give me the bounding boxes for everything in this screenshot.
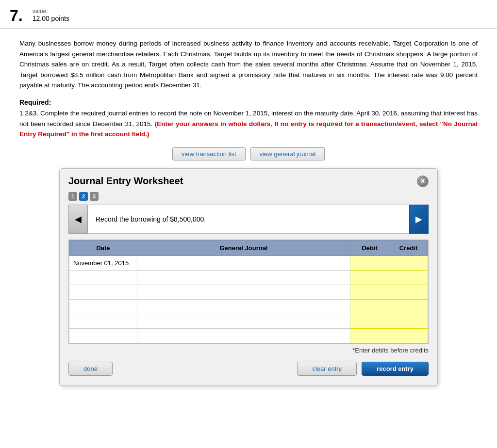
journal-cell-2[interactable] [137,270,350,285]
journal-input-6[interactable] [141,332,346,339]
debit-input-1[interactable] [354,259,385,267]
credit-cell-2[interactable] [389,270,428,285]
nav-area: ◀ Record the borrowing of $8,500,000. ▶ [68,205,429,234]
journal-cell-4[interactable] [137,299,350,314]
table-row [69,314,428,328]
view-transaction-list-button[interactable]: view transaction list [172,147,246,160]
journal-cell-1[interactable] [137,256,350,270]
question-header: 7. value: 12.00 points [0,0,497,29]
footer-right-buttons: clear entry record entry [297,362,429,376]
credit-input-5[interactable] [393,318,424,325]
debit-input-6[interactable] [354,332,385,339]
credit-cell-6[interactable] [389,328,428,343]
problem-text: Many businesses borrow money during peri… [19,38,478,91]
col-date: Date [69,240,137,256]
col-general-journal: General Journal [137,240,350,256]
date-cell-2 [69,270,137,285]
required-label: Required: [19,98,478,106]
credit-cell-4[interactable] [389,299,428,314]
credit-input-3[interactable] [393,288,424,296]
debit-cell-5[interactable] [350,314,389,328]
record-entry-button[interactable]: record entry [362,362,429,376]
debit-input-4[interactable] [354,303,385,310]
debit-cell-2[interactable] [350,270,389,285]
worksheet-title: Journal Entry Worksheet [68,176,183,187]
col-credit: Credit [389,240,428,256]
debit-input-2[interactable] [354,274,385,281]
credit-input-6[interactable] [393,332,424,339]
credit-cell-3[interactable] [389,285,428,299]
table-row [69,285,428,299]
journal-input-5[interactable] [141,318,346,325]
debit-cell-3[interactable] [350,285,389,299]
step-1-indicator[interactable]: 1 [68,192,77,201]
debit-cell-6[interactable] [350,328,389,343]
journal-cell-3[interactable] [137,285,350,299]
instructions: 1,2&3. Complete the required journal ent… [19,108,478,140]
debit-cell-1[interactable] [350,256,389,270]
journal-entry-worksheet: Journal Entry Worksheet X 1 2 3 ◀ Record… [59,168,438,386]
done-button[interactable]: done [68,362,113,376]
journal-cell-5[interactable] [137,314,350,328]
table-row [69,328,428,343]
content-area: Many businesses borrow money during peri… [0,29,497,396]
journal-input-2[interactable] [141,274,346,281]
modal-footer: done clear entry record entry [60,354,437,376]
close-button[interactable]: X [417,176,429,187]
step-indicators: 1 2 3 [60,192,437,205]
journal-cell-6[interactable] [137,328,350,343]
date-cell-1: November 01, 2015 [69,256,137,270]
date-cell-4 [69,299,137,314]
view-general-journal-button[interactable]: view general journal [250,147,325,160]
col-debit: Debit [350,240,389,256]
credit-input-1[interactable] [393,259,424,267]
value-label: value: [33,8,69,15]
question-number: 7. [10,8,23,23]
debit-input-5[interactable] [354,318,385,325]
question-value: value: 12.00 points [33,8,69,22]
nav-description: Record the borrowing of $8,500,000. [88,205,409,234]
credit-cell-5[interactable] [389,314,428,328]
journal-input-1[interactable] [141,259,346,267]
required-section: Required: 1,2&3. Complete the required j… [19,98,478,140]
journal-table-wrapper: Date General Journal Debit Credit Novemb… [68,240,429,344]
footnote: *Enter debits before credits [60,344,437,354]
date-cell-6 [69,328,137,343]
journal-input-4[interactable] [141,303,346,310]
date-cell-5 [69,314,137,328]
modal-header: Journal Entry Worksheet X [60,169,437,192]
view-buttons-row: view transaction list view general journ… [19,147,478,160]
table-row [69,270,428,285]
credit-cell-1[interactable] [389,256,428,270]
value-points: 12.00 points [33,15,69,22]
table-header-row: Date General Journal Debit Credit [69,240,428,256]
journal-input-3[interactable] [141,288,346,296]
date-cell-3 [69,285,137,299]
prev-nav-button[interactable]: ◀ [68,205,88,234]
table-row: November 01, 2015 [69,256,428,270]
table-row [69,299,428,314]
step-2-indicator[interactable]: 2 [79,192,88,201]
page-container: 7. value: 12.00 points Many businesses b… [0,0,497,448]
debit-input-3[interactable] [354,288,385,296]
credit-input-2[interactable] [393,274,424,281]
step-3-indicator[interactable]: 3 [90,192,99,201]
journal-table: Date General Journal Debit Credit Novemb… [69,240,428,343]
clear-entry-button[interactable]: clear entry [297,362,357,376]
credit-input-4[interactable] [393,303,424,310]
debit-cell-4[interactable] [350,299,389,314]
next-nav-button[interactable]: ▶ [409,205,429,234]
